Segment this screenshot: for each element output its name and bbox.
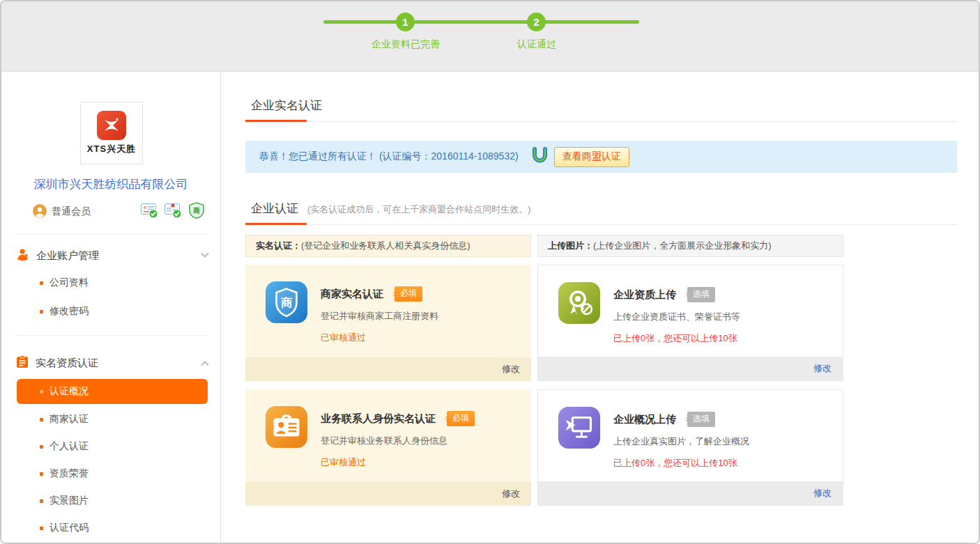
- sidebar-item-certification-overview[interactable]: 认证概况: [17, 379, 208, 404]
- sidebar-item-label: 认证代码: [49, 522, 89, 534]
- card-footer: 修改: [538, 481, 843, 505]
- required-badge: 必填: [395, 286, 422, 302]
- card-title: 企业概况上传: [613, 413, 676, 426]
- card-contact-realname: 业务联系人身份实名认证 必填 登记并审核业务联系人身份信息 已审核通过 修改: [245, 389, 531, 506]
- bullet-icon: [40, 472, 43, 476]
- sidebar-item-label: 认证概况: [49, 385, 89, 398]
- company-logo-icon: [97, 111, 126, 140]
- merchant-shield-blue-icon: 商: [265, 281, 308, 327]
- member-avatar-icon: [33, 204, 47, 220]
- sidebar-divider: [14, 335, 208, 336]
- svg-text:商: 商: [193, 207, 200, 215]
- sidebar-item-personal-certification[interactable]: 个人认证: [40, 437, 89, 456]
- card-overview-upload: 企业概况上传 选填 上传企业真实图片，了解企业概况 已上传0张，您还可以上传10…: [537, 389, 843, 506]
- sidebar-item-label: 商家认证: [49, 413, 89, 426]
- step-1-circle: 1: [396, 13, 415, 31]
- license-seal-check-icon: [164, 202, 182, 222]
- bullet-icon: [40, 527, 43, 530]
- card-title: 企业资质上传: [613, 288, 676, 302]
- bullet-icon: [40, 281, 43, 285]
- sidebar-item-label: 资质荣誉: [49, 467, 89, 480]
- modify-link[interactable]: 修改: [502, 364, 520, 374]
- column-header-rest: (登记企业和业务联系人相关真实身份信息): [301, 240, 470, 251]
- card-footer: 修改: [245, 357, 531, 381]
- bullet-icon: [40, 445, 43, 449]
- step-1-label: 企业资料已完善: [350, 38, 461, 51]
- sidebar-item-label: 修改密码: [49, 305, 89, 318]
- notice-text: 恭喜！您已通过所有认证！ (认证编号：20160114-1089532): [259, 150, 519, 163]
- svg-text:商: 商: [281, 296, 293, 309]
- main-content: 企业实名认证 恭喜！您已通过所有认证！ (认证编号：20160114-10895…: [222, 72, 979, 543]
- bullet-icon: [40, 499, 43, 503]
- merchant-shield-icon: 商: [188, 202, 205, 222]
- column-header-rest: (上传企业图片，全方面展示企业形象和实力): [593, 240, 772, 251]
- enterprise-certification-section-header: 企业认证 (实名认证成功后，可在上千家商盟合作站点同时生效。): [251, 201, 531, 217]
- bullet-icon: [40, 390, 43, 394]
- sidebar-divider: [14, 234, 208, 235]
- page: 1 2 企业资料已完善 认证通过 XTS兴天胜 深圳市兴天胜纺织品有限公司: [0, 0, 980, 544]
- id-card-check-icon: [141, 202, 158, 222]
- card-status: 已上传0张，您还可以上传10张: [613, 332, 843, 345]
- monitor-arrow-purple-icon: [558, 406, 601, 452]
- step-2-circle: 2: [527, 13, 546, 31]
- success-notice-bar: 恭喜！您已通过所有认证！ (认证编号：20160114-1089532) 查看商…: [245, 141, 957, 173]
- certificate-clipboard-icon: [16, 355, 29, 371]
- sidebar-item-certification-code[interactable]: 认证代码: [40, 519, 89, 537]
- step-2-label: 认证通过: [481, 38, 592, 51]
- chevron-down-icon: [201, 250, 208, 258]
- card-description: 登记并审核商家工商注册资料: [321, 310, 531, 322]
- card-status: 已审核通过: [321, 332, 531, 344]
- required-badge: 必填: [447, 411, 475, 426]
- modify-link[interactable]: 修改: [502, 488, 520, 499]
- sidebar-section-certification-title: 实名资质认证: [36, 357, 202, 370]
- sidebar: XTS兴天胜 深圳市兴天胜纺织品有限公司 普通会员: [1, 72, 221, 543]
- bullet-icon: [40, 418, 43, 421]
- company-name: 深圳市兴天胜纺织品有限公司: [1, 176, 220, 192]
- page-title: 企业实名认证: [251, 98, 322, 114]
- card-footer: 修改: [538, 357, 843, 380]
- company-logo-text: XTS兴天胜: [87, 143, 136, 155]
- card-status: 已审核通过: [321, 456, 531, 469]
- stepper-progress-line: [323, 20, 639, 24]
- column-header-upload: 上传图片：(上传企业图片，全方面展示企业形象和实力): [537, 235, 843, 257]
- chevron-up-icon: [201, 361, 208, 368]
- card-merchant-realname: 商 商家实名认证 必填 登记并审核商家工商注册资料 已审核通过 修改: [245, 265, 531, 381]
- sidebar-item-merchant-certification[interactable]: 商家认证: [40, 410, 89, 428]
- column-header-bold: 上传图片：: [548, 240, 593, 251]
- member-level-label: 普通会员: [52, 205, 91, 218]
- bullet-icon: [40, 310, 43, 313]
- sidebar-section-account[interactable]: 企业账户管理: [16, 247, 208, 265]
- section-rule: [245, 224, 957, 225]
- sidebar-item-label: 个人认证: [49, 440, 89, 453]
- sidebar-item-qualification-honor[interactable]: 资质荣誉: [40, 465, 89, 483]
- title-rule: [245, 121, 957, 122]
- card-title: 商家实名认证: [321, 288, 383, 301]
- sidebar-section-account-title: 企业账户管理: [36, 249, 202, 263]
- sidebar-section-certification[interactable]: 实名资质认证: [16, 354, 208, 372]
- sidebar-item-real-scene-photos[interactable]: 实景图片: [40, 492, 89, 510]
- sidebar-item-label: 实景图片: [49, 495, 89, 507]
- id-card-orange-icon: [265, 405, 308, 451]
- card-description: 登记并审核业务联系人身份信息: [321, 435, 531, 447]
- stepper-bar: 1 2 企业资料已完善 认证通过: [1, 1, 979, 72]
- sidebar-item-company-profile[interactable]: 公司资料: [40, 274, 89, 292]
- account-person-icon: [16, 248, 29, 264]
- modify-link[interactable]: 修改: [813, 488, 832, 498]
- card-description: 上传企业资质证书、荣誉证书等: [613, 311, 843, 323]
- sidebar-item-change-password[interactable]: 修改密码: [40, 302, 89, 320]
- card-title: 业务联系人身份实名认证: [321, 412, 436, 426]
- section-note: (实名认证成功后，可在上千家商盟合作站点同时生效。): [307, 203, 531, 216]
- optional-badge: 选填: [687, 287, 715, 302]
- modify-link[interactable]: 修改: [813, 363, 832, 373]
- section-title: 企业认证: [251, 201, 298, 217]
- union-league-icon: [531, 147, 549, 167]
- card-description: 上传企业真实图片，了解企业概况: [613, 435, 843, 448]
- member-row: 普通会员: [33, 202, 205, 222]
- column-header-bold: 实名认证：: [256, 240, 301, 251]
- sidebar-item-label: 公司资料: [49, 277, 89, 289]
- card-status: 已上传0张，您还可以上传10张: [613, 457, 843, 469]
- optional-badge: 选填: [687, 412, 715, 427]
- card-qualification-upload: 企业资质上传 选填 上传企业资质证书、荣誉证书等 已上传0张，您还可以上传10张…: [537, 265, 843, 381]
- view-league-certification-button[interactable]: 查看商盟认证: [554, 147, 629, 167]
- company-logo: XTS兴天胜: [80, 102, 143, 164]
